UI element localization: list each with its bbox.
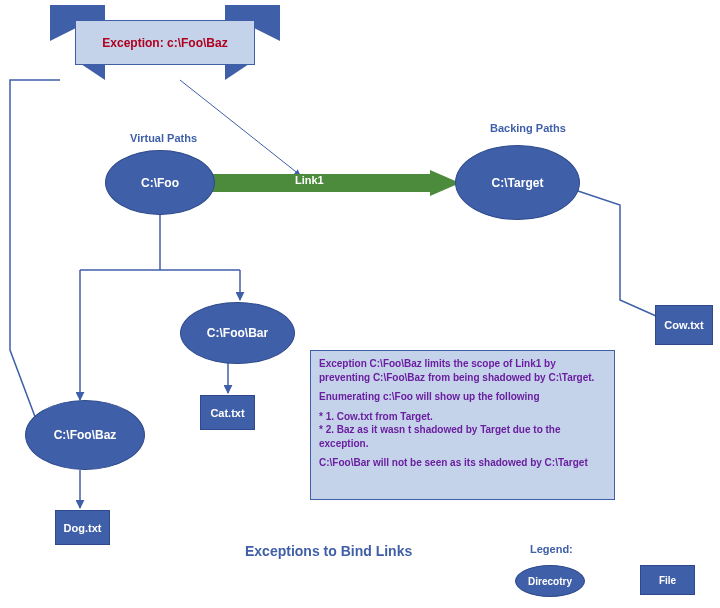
legend-file-text: File <box>659 575 676 586</box>
file-cat: Cat.txt <box>200 395 255 430</box>
virtual-paths-label: Virtual Paths <box>130 132 197 144</box>
exception-banner-text: Exception: c:\Foo\Baz <box>75 20 255 65</box>
note-p3: C:\Foo\Bar will not be seen as its shado… <box>319 456 606 470</box>
note-i2: * 2. Baz as it wasn t shadowed by Target… <box>319 423 606 437</box>
file-cow: Cow.txt <box>655 305 713 345</box>
file-cat-text: Cat.txt <box>210 407 244 419</box>
note-p2: Enumerating c:\Foo will show up the foll… <box>319 390 606 404</box>
file-dog-text: Dog.txt <box>64 522 102 534</box>
file-cow-text: Cow.txt <box>664 319 703 331</box>
legend-file: File <box>640 565 695 595</box>
link1-label: Link1 <box>295 174 324 186</box>
legend-directory-text: Direcotry <box>528 576 572 587</box>
node-foo-text: C:\Foo <box>141 176 179 190</box>
legend-directory: Direcotry <box>515 565 585 597</box>
node-target: C:\Target <box>455 145 580 220</box>
explanation-note: Exception C:\Foo\Baz limits the scope of… <box>310 350 615 500</box>
file-dog: Dog.txt <box>55 510 110 545</box>
node-foobar: C:\Foo\Bar <box>180 302 295 364</box>
note-i1: * 1. Cow.txt from Target. <box>319 410 606 424</box>
backing-paths-label: Backing Paths <box>490 122 566 134</box>
node-foo: C:\Foo <box>105 150 215 215</box>
node-foobaz: C:\Foo\Baz <box>25 400 145 470</box>
diagram-canvas: Exception: c:\Foo\Baz Virtual Paths Back… <box>0 0 720 608</box>
node-target-text: C:\Target <box>492 176 544 190</box>
note-p1: Exception C:\Foo\Baz limits the scope of… <box>319 357 606 384</box>
legend-title: Legend: <box>530 543 573 555</box>
diagram-title: Exceptions to Bind Links <box>245 543 412 559</box>
exception-banner: Exception: c:\Foo\Baz <box>50 5 280 80</box>
note-i2b: exception. <box>319 437 606 451</box>
node-foobaz-text: C:\Foo\Baz <box>54 428 117 442</box>
node-foobar-text: C:\Foo\Bar <box>207 326 268 340</box>
